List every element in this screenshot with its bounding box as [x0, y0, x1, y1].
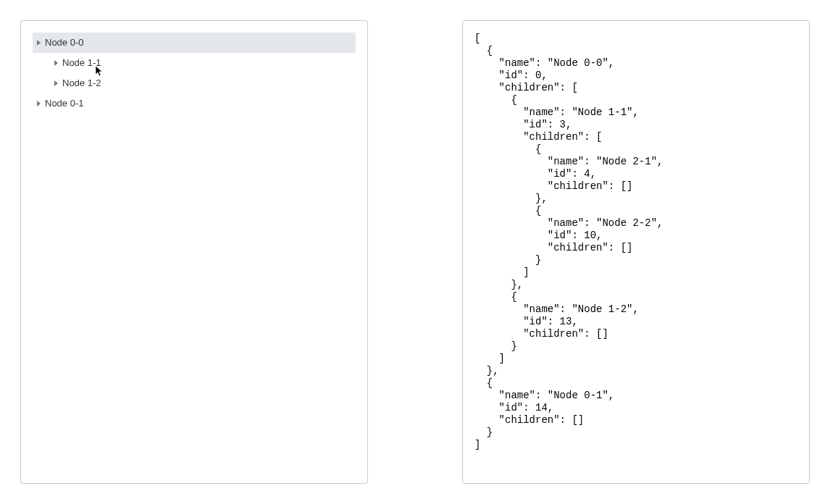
- tree-node-label: Node 1-2: [62, 73, 101, 93]
- tree-root: Node 0-0Node 1-1Node 1-2Node 0-1: [33, 33, 356, 114]
- disclosure-arrow-icon[interactable]: [54, 80, 58, 86]
- tree-panel: Node 0-0Node 1-1Node 1-2Node 0-1: [20, 20, 368, 484]
- tree-node-2[interactable]: Node 1-2: [33, 73, 356, 93]
- tree-node-label: Node 0-1: [45, 93, 83, 114]
- tree-node-1[interactable]: Node 1-1: [33, 53, 356, 73]
- tree-node-label: Node 1-1: [62, 53, 101, 73]
- json-panel: [ { "name": "Node 0-0", "id": 0, "childr…: [462, 20, 810, 484]
- disclosure-arrow-icon[interactable]: [37, 40, 41, 46]
- tree-node-3[interactable]: Node 0-1: [33, 93, 356, 114]
- json-output: [ { "name": "Node 0-0", "id": 0, "childr…: [474, 33, 798, 451]
- tree-node-label: Node 0-0: [45, 33, 83, 53]
- tree-node-0[interactable]: Node 0-0: [33, 33, 356, 53]
- disclosure-arrow-icon[interactable]: [54, 60, 58, 66]
- disclosure-arrow-icon[interactable]: [37, 101, 41, 106]
